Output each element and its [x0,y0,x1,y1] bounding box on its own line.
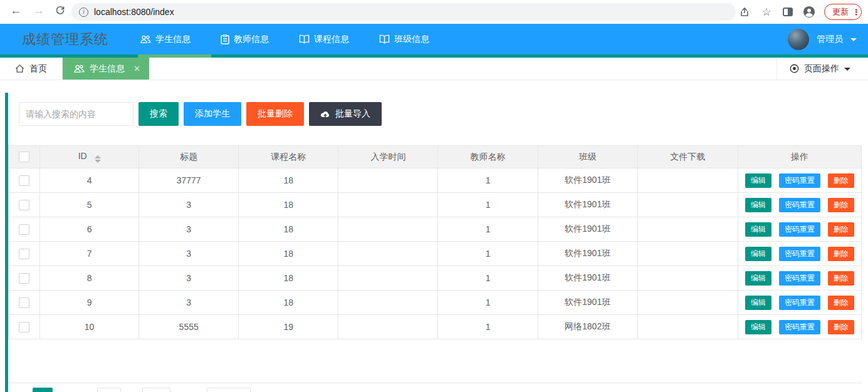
site-info-icon[interactable]: i [79,8,88,17]
cell-course: 19 [239,315,338,339]
page-actions-label: 页面操作 [804,63,839,75]
cell-file-download [637,266,738,291]
toolbar: 搜索 添加学生 批量删除 批量导入 [8,93,862,135]
nav-item-students[interactable]: 学生信息 [125,24,206,54]
search-button[interactable]: 搜索 [139,102,179,126]
edit-button[interactable]: 编辑 [745,173,771,188]
row-checkbox-cell [9,242,40,266]
reset-password-button[interactable]: 密码重置 [779,271,820,286]
reset-password-button[interactable]: 密码重置 [779,296,820,310]
pager-control-3[interactable] [207,388,251,392]
header-enroll-time: 入学时间 [338,146,438,168]
header-actions: 操作 [738,146,861,168]
add-student-button[interactable]: 添加学生 [184,102,241,126]
cell-title: 3 [139,242,239,266]
profile-icon[interactable] [803,6,815,18]
cell-actions: 编辑 密码重置 删除 [738,242,861,266]
edit-button[interactable]: 编辑 [745,296,771,310]
nav-item-courses[interactable]: 课程信息 [284,24,364,54]
cell-id: 10 [40,315,139,339]
pager-control-1[interactable] [97,388,121,392]
browser-forward-button[interactable]: → [33,4,44,18]
prev-page-button[interactable]: ◂ [19,388,23,392]
user-menu[interactable]: 管理员 [788,24,857,54]
url-text: localhost:8080/index [94,7,174,17]
students-table: ID 标题 课程名称 入学时间 教师名称 班级 文件下载 操作 4 [8,145,862,339]
delete-button[interactable]: 删除 [828,247,854,261]
row-checkbox-cell [9,315,40,339]
next-page-button[interactable]: ▸ [61,388,65,392]
row-checkbox[interactable] [19,249,29,259]
sort-icon[interactable] [95,155,101,163]
update-label: 更新 [832,6,849,18]
reset-password-button[interactable]: 密码重置 [779,222,820,237]
page-actions-dropdown[interactable]: 页面操作 [776,58,868,80]
delete-button[interactable]: 删除 [828,198,854,212]
browser-reload-button[interactable] [55,5,65,18]
delete-button[interactable]: 删除 [828,222,854,237]
delete-button[interactable]: 删除 [828,320,854,334]
row-checkbox-cell [9,266,40,291]
delete-button[interactable]: 删除 [828,173,854,188]
cell-enroll-time [338,217,438,242]
cell-actions: 编辑 密码重置 删除 [738,266,861,291]
reset-password-button[interactable]: 密码重置 [779,320,820,334]
reset-password-button[interactable]: 密码重置 [779,247,820,261]
reset-password-button[interactable]: 密码重置 [779,198,820,212]
address-bar[interactable]: i localhost:8080/index [71,3,736,21]
cell-teacher: 1 [438,266,538,291]
table-body: 4 37777 18 1 软件1901班 编辑 密码重置 删除 5 3 18 1 [9,168,862,339]
row-checkbox[interactable] [19,200,29,210]
cell-id: 6 [40,217,139,242]
table-row: 10 5555 19 1 网络1802班 编辑 密码重置 删除 [9,315,862,339]
nav-item-teachers[interactable]: 教师信息 [206,24,284,54]
delete-button[interactable]: 删除 [828,296,854,310]
search-input[interactable] [19,102,133,126]
chrome-update-button[interactable]: 更新 ⋮ [824,4,862,20]
edit-button[interactable]: 编辑 [745,222,771,237]
cell-actions: 编辑 密码重置 删除 [738,291,861,315]
reset-password-button[interactable]: 密码重置 [779,173,820,188]
user-name: 管理员 [817,34,843,45]
edit-button[interactable]: 编辑 [745,320,771,334]
edit-button[interactable]: 编辑 [745,247,771,261]
cell-enroll-time [338,168,438,193]
cell-enroll-time [338,193,438,217]
tab-home[interactable]: 首页 [0,58,63,80]
edit-button[interactable]: 编辑 [745,198,771,212]
students-card: 搜索 添加学生 批量删除 批量导入 ID [5,93,862,392]
cell-teacher: 1 [438,193,538,217]
active-page-button[interactable]: 1 [33,388,53,392]
tab-students[interactable]: 学生信息 ✕ [63,58,149,80]
select-all-checkbox[interactable] [19,152,29,162]
cell-file-download [637,242,738,266]
delete-button[interactable]: 删除 [828,271,854,286]
cell-teacher: 1 [438,315,538,339]
row-checkbox[interactable] [19,322,29,333]
share-icon[interactable] [739,6,751,18]
row-checkbox[interactable] [19,273,29,284]
cell-title: 5555 [139,315,239,339]
browser-back-button[interactable]: ← [10,4,22,18]
cell-enroll-time [338,315,438,339]
cell-class: 软件1901班 [538,291,637,315]
cloud-upload-icon [320,110,330,118]
batch-import-button[interactable]: 批量导入 [309,102,382,126]
edit-button[interactable]: 编辑 [745,271,771,286]
cell-course: 18 [239,168,338,193]
cell-class: 软件1901班 [538,266,637,291]
pager-control-2[interactable] [142,388,170,392]
row-checkbox[interactable] [19,224,29,235]
bookmark-star-icon[interactable]: ☆ [760,6,773,18]
row-checkbox-cell [9,168,40,193]
header-id[interactable]: ID [40,146,139,168]
batch-delete-button[interactable]: 批量删除 [246,102,304,126]
row-checkbox[interactable] [19,175,29,186]
nav-item-classes[interactable]: 班级信息 [364,24,444,54]
cell-title: 3 [139,217,239,242]
side-panel-icon[interactable] [782,6,794,18]
cell-title: 3 [139,193,239,217]
close-icon[interactable]: ✕ [133,64,140,73]
row-checkbox[interactable] [19,297,29,308]
cell-course: 18 [239,291,338,315]
